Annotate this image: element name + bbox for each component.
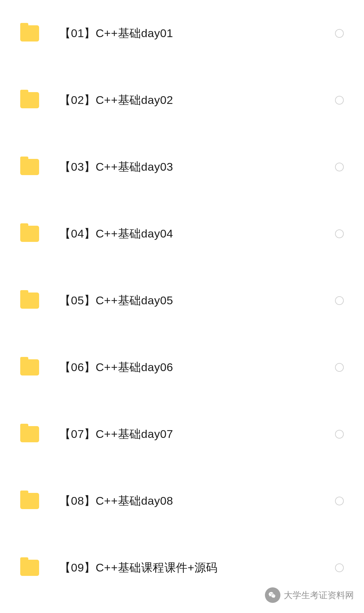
- folder-name: 【05】C++基础day05: [59, 293, 335, 308]
- folder-icon: [20, 292, 39, 309]
- folder-icon: [20, 226, 39, 242]
- select-radio[interactable]: [335, 296, 344, 305]
- select-radio[interactable]: [335, 430, 344, 439]
- folder-name: 【04】C++基础day04: [59, 226, 335, 242]
- folder-row[interactable]: 【04】C++基础day04: [0, 200, 364, 267]
- select-radio[interactable]: [335, 163, 344, 171]
- folder-name: 【06】C++基础day06: [59, 360, 335, 375]
- select-radio[interactable]: [335, 563, 344, 572]
- folder-icon: [20, 426, 39, 442]
- watermark-text: 大学生考证资料网: [284, 589, 354, 601]
- folder-icon: [20, 159, 39, 175]
- wechat-icon: [265, 587, 280, 603]
- folder-icon: [20, 560, 39, 576]
- folder-name: 【07】C++基础day07: [59, 426, 335, 442]
- folder-name: 【01】C++基础day01: [59, 26, 335, 41]
- folder-name: 【02】C++基础day02: [59, 92, 335, 108]
- folder-row[interactable]: 【07】C++基础day07: [0, 401, 364, 468]
- file-list: 【01】C++基础day01 【02】C++基础day02 【03】C++基础d…: [0, 0, 364, 601]
- folder-name: 【03】C++基础day03: [59, 159, 335, 175]
- folder-icon: [20, 493, 39, 509]
- watermark: 大学生考证资料网: [265, 587, 354, 603]
- folder-row[interactable]: 【06】C++基础day06: [0, 334, 364, 401]
- folder-row[interactable]: 【01】C++基础day01: [0, 0, 364, 67]
- folder-icon: [20, 92, 39, 108]
- folder-name: 【08】C++基础day08: [59, 493, 335, 509]
- folder-row[interactable]: 【03】C++基础day03: [0, 134, 364, 200]
- select-radio[interactable]: [335, 363, 344, 372]
- folder-row[interactable]: 【05】C++基础day05: [0, 267, 364, 334]
- folder-icon: [20, 359, 39, 375]
- select-radio[interactable]: [335, 29, 344, 38]
- select-radio[interactable]: [335, 96, 344, 105]
- folder-row[interactable]: 【02】C++基础day02: [0, 67, 364, 134]
- folder-icon: [20, 25, 39, 41]
- folder-name: 【09】C++基础课程课件+源码: [59, 560, 335, 576]
- select-radio[interactable]: [335, 229, 344, 238]
- select-radio[interactable]: [335, 497, 344, 505]
- folder-row[interactable]: 【08】C++基础day08: [0, 468, 364, 534]
